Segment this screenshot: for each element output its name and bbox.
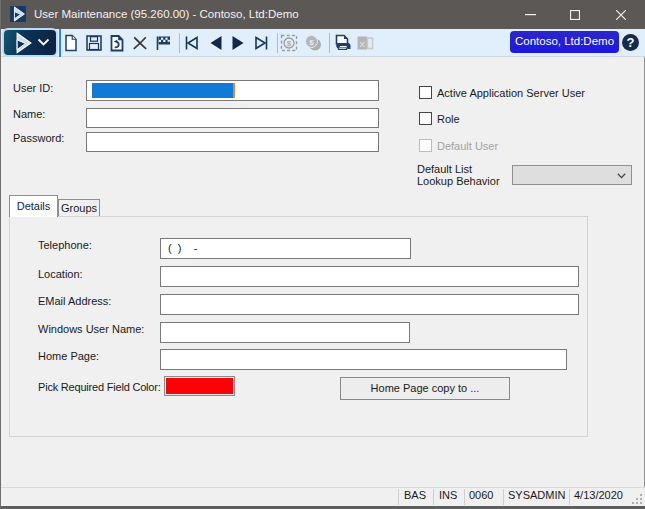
svg-text:$: $ [287,39,292,48]
svg-text:X: X [360,40,366,49]
svg-text:$: $ [309,38,314,47]
